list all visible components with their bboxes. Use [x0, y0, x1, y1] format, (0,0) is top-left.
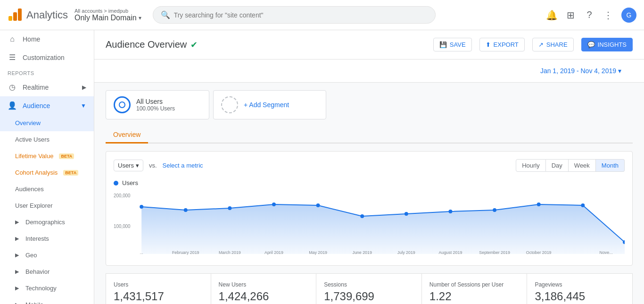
svg-text:...: ...: [140, 250, 143, 255]
metric-label-pageviews: Pageviews: [535, 281, 625, 288]
realtime-expand-icon: ▶: [82, 84, 86, 91]
month-button[interactable]: Month: [596, 159, 625, 172]
svg-text:September 2019: September 2019: [479, 250, 510, 255]
segment-name: All Users: [136, 98, 175, 105]
header-actions: 💾 SAVE ⬆ EXPORT ↗ SHARE 💬 INSIGHTS: [433, 38, 633, 51]
svg-rect-0: [8, 16, 12, 21]
content-area: All Users 100.00% Users + Add Segment Ov…: [94, 83, 644, 304]
sidebar-item-behavior[interactable]: ▶ Behavior: [0, 263, 94, 280]
audience-expand-icon: ▼: [81, 102, 86, 109]
vs-text: vs.: [149, 162, 157, 169]
svg-point-14: [493, 208, 496, 212]
segment-users-icon: [118, 101, 126, 109]
date-range-dropdown-icon: ▾: [618, 67, 621, 75]
select-metric-link[interactable]: Select a metric: [163, 162, 203, 169]
segments-row: All Users 100.00% Users + Add Segment: [106, 90, 633, 119]
hourly-button[interactable]: Hourly: [516, 159, 546, 172]
metric-card-new-users[interactable]: New Users 1,424,266: [211, 273, 317, 304]
more-vert-icon[interactable]: ⋮: [603, 9, 614, 21]
app-title: Analytics: [26, 9, 68, 21]
notifications-icon[interactable]: 🔔: [546, 9, 557, 21]
svg-point-11: [360, 214, 364, 218]
metric-value-pageviews: 3,186,445: [535, 290, 625, 303]
account-name[interactable]: Only Main Domain ▾: [74, 14, 141, 22]
chart-controls: Users ▾ vs. Select a metric Hourly Day W…: [114, 159, 625, 172]
sidebar-item-audience[interactable]: 👤 Audience ▼: [0, 96, 94, 115]
metric-label-sessions: Sessions: [324, 281, 414, 288]
help-icon[interactable]: ?: [584, 9, 595, 21]
metric-card-users[interactable]: Users 1,431,517: [106, 273, 211, 304]
search-bar[interactable]: 🔍: [153, 6, 436, 24]
svg-point-13: [449, 210, 453, 213]
sidebar-item-active-users[interactable]: Active Users: [0, 131, 94, 148]
sidebar-item-mobile[interactable]: ▶ Mobile: [0, 296, 94, 304]
svg-point-9: [272, 203, 276, 206]
date-range-selector[interactable]: Jan 1, 2019 - Nov 4, 2019 ▾: [529, 63, 633, 78]
apps-icon[interactable]: ⊞: [565, 9, 576, 21]
logo-area: Analytics: [8, 8, 69, 23]
svg-text:Nove...: Nove...: [600, 250, 613, 255]
sidebar-item-interests[interactable]: ▶ Interests: [0, 230, 94, 247]
page-title: Audience Overview ✔: [106, 39, 198, 50]
cohort-analysis-beta-badge: BETA: [63, 170, 78, 176]
sidebar: ⌂ Home ☰ Customization REPORTS ◷ Realtim…: [0, 30, 94, 304]
svg-point-6: [140, 205, 143, 209]
interests-expand-icon: ▶: [15, 236, 19, 242]
svg-text:March 2019: March 2019: [219, 250, 241, 255]
sidebar-item-geo[interactable]: ▶ Geo: [0, 247, 94, 263]
sidebar-item-demographics[interactable]: ▶ Demographics: [0, 214, 94, 230]
all-users-segment[interactable]: All Users 100.00% Users: [106, 90, 209, 119]
segment-pct: 100.00% Users: [136, 105, 175, 112]
demographics-expand-icon: ▶: [15, 219, 19, 225]
geo-expand-icon: ▶: [15, 252, 19, 258]
reports-label: REPORTS: [0, 67, 94, 78]
segment-circle-users: [114, 96, 131, 113]
metric-select[interactable]: Users ▾: [114, 160, 143, 171]
sidebar-item-customization[interactable]: ☰ Customization: [0, 48, 94, 67]
metric-card-sessions-per-user[interactable]: Number of Sessions per User 1.22: [422, 273, 528, 304]
sidebar-item-overview[interactable]: Overview: [0, 115, 94, 131]
svg-text:100,000: 100,000: [114, 224, 131, 229]
svg-point-10: [316, 203, 320, 207]
svg-text:August 2019: August 2019: [439, 250, 462, 255]
week-button[interactable]: Week: [569, 159, 596, 172]
users-chart: 200,000 100,000: [114, 190, 625, 256]
date-range-bar: Jan 1, 2019 - Nov 4, 2019 ▾: [94, 59, 644, 83]
svg-point-7: [184, 208, 188, 212]
svg-text:July 2019: July 2019: [397, 250, 415, 255]
sidebar-item-user-explorer[interactable]: User Explorer: [0, 197, 94, 214]
tab-overview[interactable]: Overview: [106, 127, 148, 144]
metric-card-pageviews[interactable]: Pageviews 3,186,445: [527, 273, 633, 304]
main-content: Audience Overview ✔ 💾 SAVE ⬆ EXPORT ↗ SH…: [94, 30, 644, 304]
search-input[interactable]: [174, 11, 428, 19]
svg-text:200,000: 200,000: [114, 193, 131, 198]
sidebar-item-realtime[interactable]: ◷ Realtime ▶: [0, 78, 94, 96]
time-buttons: Hourly Day Week Month: [516, 159, 625, 172]
sidebar-item-technology[interactable]: ▶ Technology: [0, 280, 94, 296]
chart-container: Users ▾ vs. Select a metric Hourly Day W…: [106, 151, 633, 266]
day-button[interactable]: Day: [546, 159, 569, 172]
export-button[interactable]: ⬆ EXPORT: [479, 38, 525, 51]
avatar[interactable]: G: [621, 8, 636, 23]
main-layout: ⌂ Home ☰ Customization REPORTS ◷ Realtim…: [0, 30, 644, 304]
sidebar-item-home[interactable]: ⌂ Home: [0, 30, 94, 48]
share-icon: ↗: [538, 41, 544, 48]
sidebar-item-audiences[interactable]: Audiences: [0, 181, 94, 197]
mobile-expand-icon: ▶: [15, 302, 19, 304]
metric-label-sessions-per-user: Number of Sessions per User: [429, 281, 520, 288]
metric-label-users: Users: [114, 281, 203, 288]
sidebar-item-lifetime-value[interactable]: Lifetime Value BETA: [0, 148, 94, 164]
lifetime-value-beta-badge: BETA: [59, 153, 74, 159]
svg-text:October 2019: October 2019: [526, 250, 552, 255]
add-segment-card[interactable]: + Add Segment: [213, 90, 326, 119]
sidebar-item-cohort-analysis[interactable]: Cohort Analysis BETA: [0, 164, 94, 181]
top-nav: Analytics All accounts > imedpub Only Ma…: [0, 0, 644, 30]
segment-info: All Users 100.00% Users: [136, 98, 175, 112]
page-header: Audience Overview ✔ 💾 SAVE ⬆ EXPORT ↗ SH…: [94, 30, 644, 59]
save-button[interactable]: 💾 SAVE: [433, 38, 472, 51]
svg-text:February 2019: February 2019: [172, 250, 199, 255]
metric-card-sessions[interactable]: Sessions 1,739,699: [316, 273, 422, 304]
share-button[interactable]: ↗ SHARE: [532, 38, 574, 51]
metric-value-new-users: 1,424,266: [219, 290, 309, 303]
insights-button[interactable]: 💬 INSIGHTS: [581, 38, 633, 51]
